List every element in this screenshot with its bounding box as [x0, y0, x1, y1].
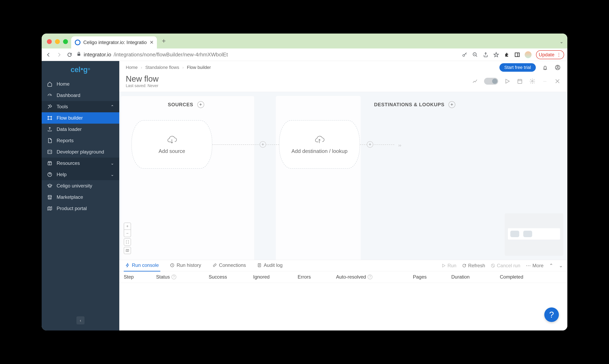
sources-label: SOURCES — [168, 102, 193, 107]
cloud-download-icon — [166, 135, 177, 145]
more-button[interactable]: ⋯More — [526, 263, 543, 268]
sidebar-item-flow-builder[interactable]: Flow builder — [42, 112, 119, 124]
play-icon — [441, 263, 446, 268]
tab-audit-log[interactable]: Audit log — [256, 260, 284, 272]
grad-icon — [47, 183, 53, 189]
breadcrumb-home[interactable]: Home — [126, 65, 138, 70]
cancel-run-button[interactable]: Cancel run — [491, 263, 520, 268]
run-flow-icon[interactable] — [504, 78, 511, 85]
sidebar-item-data-loader[interactable]: Data loader — [42, 124, 119, 135]
add-destination-button[interactable]: + — [448, 101, 455, 108]
logo[interactable]: celg — [42, 61, 119, 78]
main-column: Home › Standalone flows › Flow builder S… — [119, 61, 567, 330]
start-trial-button[interactable]: Start free trial — [500, 63, 536, 72]
col-pages: Pages — [413, 274, 451, 280]
nav-back-button[interactable] — [45, 51, 52, 58]
window-minimize[interactable] — [55, 39, 60, 44]
add-source-label: Add source — [159, 148, 185, 154]
add-source-node[interactable]: Add source — [131, 120, 212, 169]
box-icon — [47, 160, 53, 166]
window-close[interactable] — [47, 39, 52, 44]
flow-name[interactable]: New flow — [126, 74, 159, 83]
help-tip-icon[interactable]: ? — [172, 274, 176, 279]
sidebar-item-dev-playground[interactable]: Developer playground — [42, 146, 119, 157]
chart-icon[interactable] — [472, 78, 478, 85]
sidebar-item-resources[interactable]: Resources ⌄ — [42, 157, 119, 169]
add-destination-node[interactable]: Add destination / lookup — [279, 120, 360, 169]
tab-run-history[interactable]: Run history — [168, 260, 203, 272]
panel-icon[interactable] — [514, 52, 520, 58]
tab-run-console[interactable]: Run console — [124, 260, 160, 272]
chevron-right-icon: › — [141, 65, 142, 70]
sidebar-item-dashboard[interactable]: Dashboard — [42, 90, 119, 101]
key-icon[interactable] — [462, 52, 468, 58]
upload-icon — [47, 127, 53, 132]
sidebar-collapse-button[interactable]: ‹ — [76, 316, 84, 325]
tab-connections[interactable]: Connections — [211, 260, 247, 272]
collapse-up-button[interactable]: ⌃ — [549, 263, 553, 268]
settings-icon[interactable] — [529, 78, 536, 85]
svg-point-8 — [51, 119, 52, 120]
cancel-label: Cancel run — [497, 263, 520, 268]
sidebar-item-product-portal[interactable]: Product portal — [42, 203, 119, 214]
tab-close-icon[interactable]: ✕ — [150, 39, 154, 45]
browser-tab-strip: Celigo integrator.io: Integratio ✕ ＋ ⌄ — [42, 34, 567, 49]
account-icon[interactable] — [555, 64, 561, 71]
sidebar-item-home[interactable]: Home — [42, 78, 119, 90]
path-plus-button[interactable]: + — [260, 141, 266, 148]
zoom-out-button[interactable]: − — [124, 230, 131, 237]
flow-enabled-toggle[interactable] — [484, 78, 498, 85]
sidebar-item-marketplace[interactable]: Marketplace — [42, 192, 119, 203]
run-button[interactable]: Run — [441, 263, 456, 268]
minimap[interactable] — [505, 213, 563, 256]
flow-arrow-icon: ›› — [398, 143, 401, 148]
cancel-icon — [491, 263, 495, 268]
path-plus-button[interactable]: + — [367, 141, 373, 148]
flow-title-block: New flow Last saved: Never — [126, 74, 159, 88]
sidebar-item-reports[interactable]: Reports — [42, 135, 119, 146]
sidebar-item-university[interactable]: Celigo university — [42, 180, 119, 192]
tab-label: Audit log — [264, 262, 283, 268]
tabs-dropdown-icon[interactable]: ⌄ — [560, 39, 563, 44]
chevron-down-icon: ⌄ — [111, 172, 114, 177]
extensions-icon[interactable] — [504, 52, 510, 58]
zoom-icon[interactable] — [472, 52, 478, 58]
kebab-icon: ⋮ — [556, 52, 561, 58]
sidebar-label: Tools — [57, 104, 68, 109]
share-icon[interactable] — [483, 52, 489, 58]
add-source-button[interactable]: + — [197, 101, 204, 108]
notifications-icon[interactable] — [542, 64, 548, 71]
nav-forward-button[interactable] — [55, 51, 63, 58]
sidebar-label: Developer playground — [57, 149, 104, 155]
profile-avatar[interactable] — [525, 51, 532, 58]
more-icon[interactable]: ⋯ — [541, 78, 548, 85]
clock-icon — [170, 263, 175, 267]
flow-title-row: New flow Last saved: Never ⋯ — [119, 72, 567, 92]
cloud-upload-icon — [314, 135, 325, 145]
refresh-button[interactable]: Refresh — [462, 263, 485, 268]
nav-reload-button[interactable] — [66, 51, 73, 58]
breadcrumb-standalone[interactable]: Standalone flows — [145, 65, 179, 70]
fit-screen-button[interactable] — [124, 238, 131, 246]
topbar: Home › Standalone flows › Flow builder S… — [119, 61, 567, 92]
chevron-up-icon: ⌃ — [111, 104, 114, 109]
map-icon — [47, 206, 53, 211]
zoom-in-button[interactable]: + — [124, 223, 131, 230]
update-button[interactable]: Update⋮ — [536, 50, 564, 59]
schedule-icon[interactable] — [516, 78, 523, 85]
sidebar-item-help[interactable]: Help ⌄ — [42, 169, 119, 180]
close-icon[interactable] — [554, 78, 561, 85]
minimap-toggle-button[interactable] — [124, 247, 131, 254]
help-fab-button[interactable]: ? — [544, 307, 559, 322]
minimap-node — [510, 231, 519, 237]
flow-canvas[interactable]: SOURCES + DESTINATIONS & LOOKUPS + Add s… — [119, 92, 567, 260]
url-field[interactable]: integrator.io/integrations/none/flowBuil… — [76, 52, 458, 58]
bookmark-icon[interactable] — [493, 52, 499, 58]
window-maximize[interactable] — [63, 39, 68, 44]
collapse-down-button[interactable]: ⌄ — [559, 263, 563, 268]
help-tip-icon[interactable]: ? — [367, 274, 372, 279]
new-tab-button[interactable]: ＋ — [161, 36, 167, 45]
sidebar-item-tools[interactable]: Tools ⌃ — [42, 101, 119, 112]
browser-tab[interactable]: Celigo integrator.io: Integratio ✕ — [71, 36, 157, 49]
link-icon — [213, 263, 217, 267]
